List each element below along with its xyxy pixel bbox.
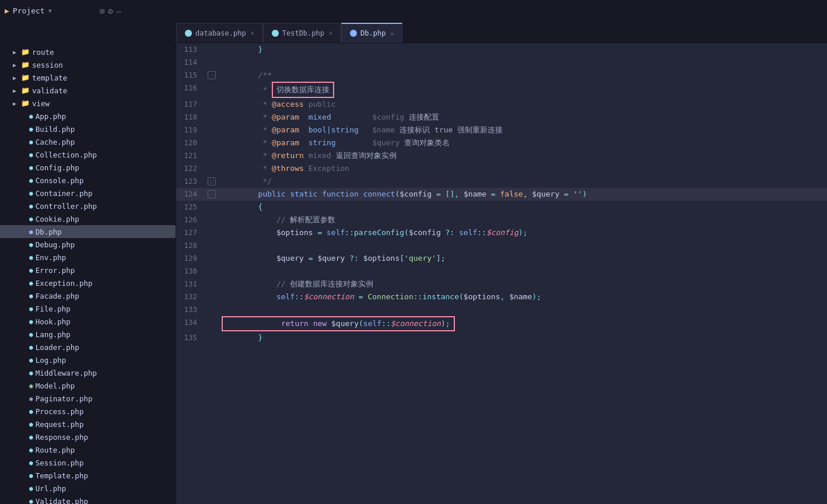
- layout-icon[interactable]: ⊞: [100, 6, 104, 16]
- sidebar-item-lang[interactable]: ● Lang.php: [0, 328, 176, 341]
- tab-close-db[interactable]: ✕: [390, 30, 394, 37]
- line-number-113: 113: [176, 43, 206, 56]
- sidebar-item-route[interactable]: ▶ 📁 route: [0, 46, 176, 58]
- fold-gutter-114: [206, 56, 217, 69]
- code-line-122: 122 * @throws Exception: [176, 162, 827, 175]
- sidebar-item-app[interactable]: ● App.php: [0, 110, 176, 123]
- sidebar-item-validate-php[interactable]: ● Validate.php: [0, 495, 176, 504]
- php-icon-log: ●: [29, 356, 33, 364]
- sidebar-label-template-php: Template.php: [36, 471, 88, 480]
- line-number-127: 127: [176, 226, 206, 239]
- minimize-icon[interactable]: —: [117, 6, 121, 16]
- sidebar-item-cache[interactable]: ● Cache.php: [0, 135, 176, 148]
- line-number-134: 134: [176, 316, 206, 331]
- line-number-133: 133: [176, 303, 206, 316]
- sidebar-item-container[interactable]: ● Container.php: [0, 187, 176, 200]
- sidebar-item-cookie[interactable]: ● Cookie.php: [0, 212, 176, 225]
- code-line-118: 118 * @param mixed $config 连接配置: [176, 111, 827, 124]
- fold-gutter-129: [206, 252, 217, 265]
- sidebar-item-template-php[interactable]: ● Template.php: [0, 469, 176, 482]
- sidebar-item-middleware[interactable]: ● Middleware.php: [0, 366, 176, 379]
- php-icon-build: ●: [29, 125, 33, 133]
- code-line-125: 125 {: [176, 201, 827, 214]
- code-content-113: }: [217, 43, 827, 56]
- tab-database[interactable]: database.php ✕: [176, 23, 263, 43]
- sidebar-label-controller: Controller.php: [36, 202, 97, 211]
- sidebar-label-lang: Lang.php: [36, 330, 71, 339]
- sidebar-item-route[interactable]: ● Route.php: [0, 443, 176, 456]
- sidebar-item-model[interactable]: ◉ Model.php: [0, 379, 176, 392]
- dropdown-icon[interactable]: ▼: [48, 8, 52, 14]
- fold-icon-115[interactable]: -: [208, 71, 216, 79]
- sidebar-item-view[interactable]: ▶ 📁 view: [0, 97, 176, 110]
- fold-gutter-124[interactable]: -: [206, 188, 217, 201]
- sidebar-item-template[interactable]: ▶ 📁 template: [0, 71, 176, 84]
- fold-icon-123[interactable]: □: [208, 177, 216, 186]
- folder-icon-template: 📁: [21, 74, 30, 82]
- code-line-124: 124 - public static function connect($co…: [176, 188, 827, 201]
- sidebar-item-response[interactable]: ● Response.php: [0, 430, 176, 443]
- sidebar-item-file[interactable]: ● File.php: [0, 302, 176, 315]
- sidebar-item-controller[interactable]: ● Controller.php: [0, 200, 176, 212]
- tab-icon-db: [350, 30, 357, 37]
- fold-icon-124[interactable]: -: [208, 190, 216, 198]
- fold-gutter-123[interactable]: □: [206, 175, 217, 188]
- sidebar-item-loader[interactable]: ● Loader.php: [0, 341, 176, 354]
- code-line-123: 123 □ */: [176, 175, 827, 188]
- fold-gutter-117: [206, 98, 217, 111]
- code-editor[interactable]: 113 } 114 115 - /** 116: [176, 43, 827, 504]
- sidebar-item-config[interactable]: ● Config.php: [0, 161, 176, 174]
- sidebar-item-console[interactable]: ● Console.php: [0, 174, 176, 187]
- settings-icon[interactable]: ⚙: [108, 6, 113, 16]
- sidebar-item-error[interactable]: ● Error.php: [0, 264, 176, 276]
- sidebar-label-view: view: [32, 99, 50, 108]
- code-content-125: {: [217, 201, 827, 214]
- code-content-135: }: [217, 331, 827, 344]
- line-number-129: 129: [176, 252, 206, 265]
- sidebar-item-facade[interactable]: ● Facade.php: [0, 289, 176, 302]
- php-icon-env: ●: [29, 254, 33, 261]
- sidebar-item-hook[interactable]: ● Hook.php: [0, 315, 176, 328]
- tab-testdb[interactable]: TestDb.php ✕: [263, 23, 341, 43]
- tab-db[interactable]: Db.php ✕: [341, 23, 402, 43]
- sidebar-item-log[interactable]: ● Log.php: [0, 354, 176, 366]
- sidebar-item-debug[interactable]: ● Debug.php: [0, 238, 176, 251]
- sidebar-item-env[interactable]: ● Env.php: [0, 251, 176, 264]
- sidebar-item-process[interactable]: ● Process.php: [0, 405, 176, 418]
- fold-gutter-115[interactable]: -: [206, 69, 217, 82]
- sidebar-label-exception: Exception.php: [36, 279, 93, 288]
- sidebar-item-build[interactable]: ● Build.php: [0, 123, 176, 135]
- sidebar-item-url[interactable]: ● Url.php: [0, 482, 176, 495]
- code-content-126: // 解析配置参数: [217, 214, 827, 226]
- sidebar-item-paginator[interactable]: ◉ Paginator.php: [0, 392, 176, 405]
- sidebar-item-collection[interactable]: ● Collection.php: [0, 148, 176, 161]
- code-line-132: 132 self::$connection = Connection::inst…: [176, 290, 827, 303]
- line-number-124: 124: [176, 188, 206, 201]
- sidebar-item-exception[interactable]: ● Exception.php: [0, 276, 176, 289]
- tab-close-testdb[interactable]: ✕: [329, 30, 332, 36]
- php-icon-paginator: ◉: [29, 395, 33, 402]
- tab-close-database[interactable]: ✕: [251, 30, 254, 36]
- code-content-128: [217, 239, 827, 252]
- sidebar-label-error: Error.php: [36, 266, 75, 275]
- code-line-113: 113 }: [176, 43, 827, 56]
- sidebar-label-debug: Debug.php: [36, 240, 75, 249]
- arrow-icon: ▶: [13, 62, 21, 68]
- sidebar-item-session-php[interactable]: ● Session.php: [0, 456, 176, 469]
- sidebar-item-db[interactable]: ● Db.php: [0, 225, 176, 238]
- code-area: 113 } 114 115 - /** 116: [176, 43, 827, 356]
- sidebar-item-validate[interactable]: ▶ 📁 validate: [0, 84, 176, 97]
- fold-gutter-118: [206, 111, 217, 124]
- project-label: Project: [13, 6, 45, 15]
- sidebar-label-template: template: [32, 74, 67, 82]
- sidebar-label-container: Container.php: [36, 189, 93, 198]
- php-icon-debug: ●: [29, 241, 33, 249]
- fold-gutter-133: [206, 303, 217, 316]
- fold-gutter-126: [206, 214, 217, 226]
- highlight-box-116: 切换数据库连接: [272, 82, 334, 98]
- sidebar-label-url: Url.php: [36, 484, 66, 493]
- fold-gutter-121: [206, 149, 217, 162]
- line-number-117: 117: [176, 98, 206, 111]
- sidebar-item-request[interactable]: ● Request.php: [0, 418, 176, 430]
- sidebar-item-session[interactable]: ▶ 📁 session: [0, 58, 176, 71]
